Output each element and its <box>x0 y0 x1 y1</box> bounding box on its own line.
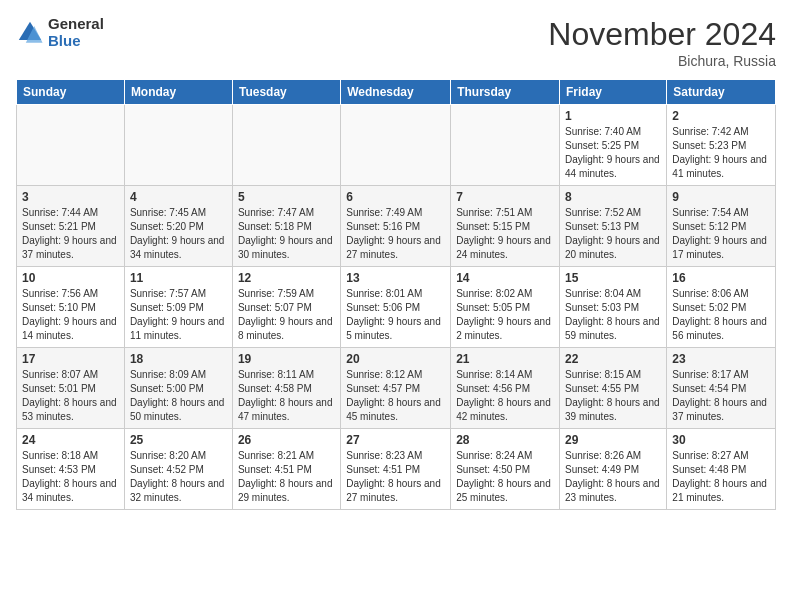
calendar-header-tuesday: Tuesday <box>232 80 340 105</box>
day-info: Sunrise: 8:12 AM Sunset: 4:57 PM Dayligh… <box>346 368 445 424</box>
calendar-cell: 12Sunrise: 7:59 AM Sunset: 5:07 PM Dayli… <box>232 267 340 348</box>
day-info: Sunrise: 7:59 AM Sunset: 5:07 PM Dayligh… <box>238 287 335 343</box>
day-info: Sunrise: 7:44 AM Sunset: 5:21 PM Dayligh… <box>22 206 119 262</box>
day-number: 2 <box>672 109 770 123</box>
day-number: 15 <box>565 271 661 285</box>
day-info: Sunrise: 8:14 AM Sunset: 4:56 PM Dayligh… <box>456 368 554 424</box>
day-info: Sunrise: 7:52 AM Sunset: 5:13 PM Dayligh… <box>565 206 661 262</box>
day-number: 20 <box>346 352 445 366</box>
calendar-table: SundayMondayTuesdayWednesdayThursdayFrid… <box>16 79 776 510</box>
day-info: Sunrise: 8:04 AM Sunset: 5:03 PM Dayligh… <box>565 287 661 343</box>
calendar-cell: 30Sunrise: 8:27 AM Sunset: 4:48 PM Dayli… <box>667 429 776 510</box>
calendar-header-monday: Monday <box>124 80 232 105</box>
day-number: 3 <box>22 190 119 204</box>
day-number: 7 <box>456 190 554 204</box>
day-info: Sunrise: 8:24 AM Sunset: 4:50 PM Dayligh… <box>456 449 554 505</box>
calendar-cell: 26Sunrise: 8:21 AM Sunset: 4:51 PM Dayli… <box>232 429 340 510</box>
calendar-header-friday: Friday <box>560 80 667 105</box>
day-number: 14 <box>456 271 554 285</box>
day-number: 27 <box>346 433 445 447</box>
calendar-cell: 10Sunrise: 7:56 AM Sunset: 5:10 PM Dayli… <box>17 267 125 348</box>
calendar-cell: 18Sunrise: 8:09 AM Sunset: 5:00 PM Dayli… <box>124 348 232 429</box>
calendar-header-thursday: Thursday <box>451 80 560 105</box>
calendar-cell: 6Sunrise: 7:49 AM Sunset: 5:16 PM Daylig… <box>341 186 451 267</box>
day-number: 16 <box>672 271 770 285</box>
day-number: 11 <box>130 271 227 285</box>
day-info: Sunrise: 8:21 AM Sunset: 4:51 PM Dayligh… <box>238 449 335 505</box>
calendar-cell: 2Sunrise: 7:42 AM Sunset: 5:23 PM Daylig… <box>667 105 776 186</box>
day-info: Sunrise: 8:11 AM Sunset: 4:58 PM Dayligh… <box>238 368 335 424</box>
day-info: Sunrise: 8:18 AM Sunset: 4:53 PM Dayligh… <box>22 449 119 505</box>
logo-icon <box>16 19 44 47</box>
calendar-cell: 29Sunrise: 8:26 AM Sunset: 4:49 PM Dayli… <box>560 429 667 510</box>
day-number: 26 <box>238 433 335 447</box>
day-info: Sunrise: 7:45 AM Sunset: 5:20 PM Dayligh… <box>130 206 227 262</box>
title-block: November 2024 Bichura, Russia <box>548 16 776 69</box>
calendar-cell: 20Sunrise: 8:12 AM Sunset: 4:57 PM Dayli… <box>341 348 451 429</box>
calendar-cell: 22Sunrise: 8:15 AM Sunset: 4:55 PM Dayli… <box>560 348 667 429</box>
calendar-cell: 14Sunrise: 8:02 AM Sunset: 5:05 PM Dayli… <box>451 267 560 348</box>
day-info: Sunrise: 7:40 AM Sunset: 5:25 PM Dayligh… <box>565 125 661 181</box>
calendar-week-5: 24Sunrise: 8:18 AM Sunset: 4:53 PM Dayli… <box>17 429 776 510</box>
day-number: 13 <box>346 271 445 285</box>
calendar-cell: 16Sunrise: 8:06 AM Sunset: 5:02 PM Dayli… <box>667 267 776 348</box>
calendar-cell: 24Sunrise: 8:18 AM Sunset: 4:53 PM Dayli… <box>17 429 125 510</box>
day-number: 21 <box>456 352 554 366</box>
day-number: 6 <box>346 190 445 204</box>
day-info: Sunrise: 7:54 AM Sunset: 5:12 PM Dayligh… <box>672 206 770 262</box>
calendar-week-2: 3Sunrise: 7:44 AM Sunset: 5:21 PM Daylig… <box>17 186 776 267</box>
calendar-cell <box>17 105 125 186</box>
logo-general-text: General <box>48 16 104 33</box>
calendar-header-sunday: Sunday <box>17 80 125 105</box>
day-number: 24 <box>22 433 119 447</box>
day-info: Sunrise: 8:09 AM Sunset: 5:00 PM Dayligh… <box>130 368 227 424</box>
day-number: 30 <box>672 433 770 447</box>
day-info: Sunrise: 7:42 AM Sunset: 5:23 PM Dayligh… <box>672 125 770 181</box>
logo: General Blue <box>16 16 104 49</box>
day-number: 23 <box>672 352 770 366</box>
calendar-cell: 9Sunrise: 7:54 AM Sunset: 5:12 PM Daylig… <box>667 186 776 267</box>
month-title: November 2024 <box>548 16 776 53</box>
day-info: Sunrise: 8:15 AM Sunset: 4:55 PM Dayligh… <box>565 368 661 424</box>
day-info: Sunrise: 8:01 AM Sunset: 5:06 PM Dayligh… <box>346 287 445 343</box>
day-info: Sunrise: 8:27 AM Sunset: 4:48 PM Dayligh… <box>672 449 770 505</box>
calendar-cell <box>232 105 340 186</box>
day-info: Sunrise: 7:57 AM Sunset: 5:09 PM Dayligh… <box>130 287 227 343</box>
calendar-cell: 13Sunrise: 8:01 AM Sunset: 5:06 PM Dayli… <box>341 267 451 348</box>
day-number: 10 <box>22 271 119 285</box>
day-info: Sunrise: 7:56 AM Sunset: 5:10 PM Dayligh… <box>22 287 119 343</box>
calendar-header-row: SundayMondayTuesdayWednesdayThursdayFrid… <box>17 80 776 105</box>
calendar-cell: 28Sunrise: 8:24 AM Sunset: 4:50 PM Dayli… <box>451 429 560 510</box>
day-info: Sunrise: 7:49 AM Sunset: 5:16 PM Dayligh… <box>346 206 445 262</box>
calendar-cell <box>341 105 451 186</box>
day-number: 12 <box>238 271 335 285</box>
calendar-cell: 8Sunrise: 7:52 AM Sunset: 5:13 PM Daylig… <box>560 186 667 267</box>
day-info: Sunrise: 8:26 AM Sunset: 4:49 PM Dayligh… <box>565 449 661 505</box>
day-info: Sunrise: 7:47 AM Sunset: 5:18 PM Dayligh… <box>238 206 335 262</box>
day-info: Sunrise: 8:17 AM Sunset: 4:54 PM Dayligh… <box>672 368 770 424</box>
calendar-cell: 21Sunrise: 8:14 AM Sunset: 4:56 PM Dayli… <box>451 348 560 429</box>
calendar-cell: 5Sunrise: 7:47 AM Sunset: 5:18 PM Daylig… <box>232 186 340 267</box>
calendar-header-saturday: Saturday <box>667 80 776 105</box>
calendar-cell: 19Sunrise: 8:11 AM Sunset: 4:58 PM Dayli… <box>232 348 340 429</box>
day-info: Sunrise: 8:23 AM Sunset: 4:51 PM Dayligh… <box>346 449 445 505</box>
day-info: Sunrise: 8:07 AM Sunset: 5:01 PM Dayligh… <box>22 368 119 424</box>
calendar-cell: 11Sunrise: 7:57 AM Sunset: 5:09 PM Dayli… <box>124 267 232 348</box>
day-number: 17 <box>22 352 119 366</box>
day-number: 22 <box>565 352 661 366</box>
calendar-cell: 7Sunrise: 7:51 AM Sunset: 5:15 PM Daylig… <box>451 186 560 267</box>
day-info: Sunrise: 8:20 AM Sunset: 4:52 PM Dayligh… <box>130 449 227 505</box>
day-info: Sunrise: 8:06 AM Sunset: 5:02 PM Dayligh… <box>672 287 770 343</box>
calendar-cell: 27Sunrise: 8:23 AM Sunset: 4:51 PM Dayli… <box>341 429 451 510</box>
calendar-cell <box>124 105 232 186</box>
calendar-cell: 25Sunrise: 8:20 AM Sunset: 4:52 PM Dayli… <box>124 429 232 510</box>
day-number: 18 <box>130 352 227 366</box>
calendar-cell: 23Sunrise: 8:17 AM Sunset: 4:54 PM Dayli… <box>667 348 776 429</box>
day-number: 5 <box>238 190 335 204</box>
logo-blue-text: Blue <box>48 33 104 50</box>
page-header: General Blue November 2024 Bichura, Russ… <box>16 16 776 69</box>
day-number: 25 <box>130 433 227 447</box>
calendar-week-1: 1Sunrise: 7:40 AM Sunset: 5:25 PM Daylig… <box>17 105 776 186</box>
calendar-cell: 17Sunrise: 8:07 AM Sunset: 5:01 PM Dayli… <box>17 348 125 429</box>
day-number: 19 <box>238 352 335 366</box>
